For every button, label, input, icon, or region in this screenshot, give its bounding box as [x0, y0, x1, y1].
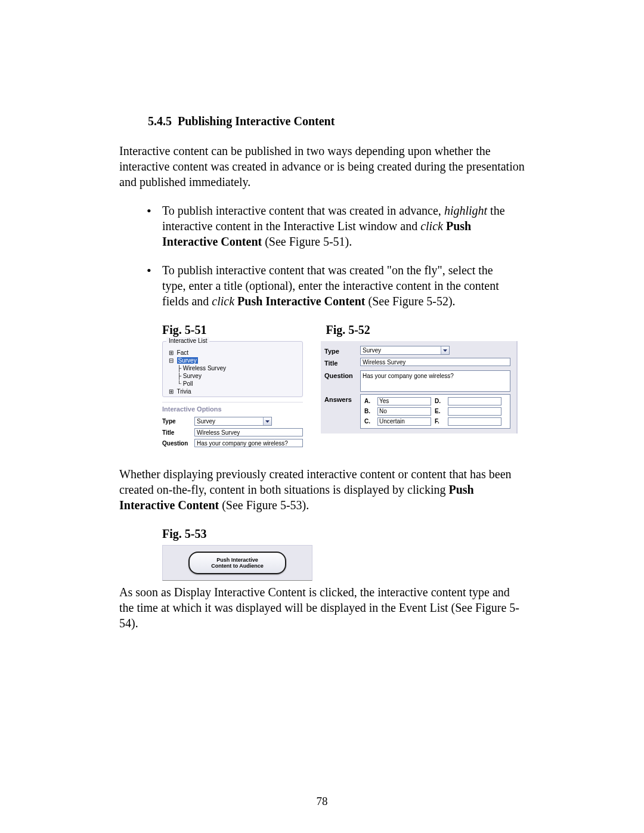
tree-node-trivia[interactable]: ⊞ Trivia [169, 388, 296, 395]
fig-51-label: Fig. 5-51 [162, 322, 206, 337]
answer-input-e[interactable] [448, 407, 501, 416]
paragraph-1: Interactive content can be published in … [119, 143, 525, 190]
push-cmd-2: Push Interactive Content [234, 295, 365, 308]
bullet-list: To publish interactive content that was … [119, 203, 525, 309]
click-word-2: click [212, 295, 234, 308]
interactive-options-group: Interactive Options Type Survey Title Wi… [162, 402, 303, 447]
click-word-1: click [420, 219, 443, 233]
section-title: Publishing Interactive Content [178, 114, 335, 128]
type-label-51: Type [162, 417, 194, 425]
push-interactive-button[interactable]: Push Interactive Content to Audience [188, 552, 286, 574]
type-select-51[interactable]: Survey [194, 417, 272, 426]
title-value-52: Wireless Survey [363, 358, 405, 366]
figures-51-52: Interactive List ⊞ Fact ⊟ Survey ├ Wirel… [162, 341, 525, 450]
bullet-2: To publish interactive content that was … [119, 262, 525, 309]
answers-box: A. Yes D. B. No E. C. Uncertain F. [360, 394, 510, 429]
answer-input-f[interactable] [448, 417, 501, 426]
question-textarea-52[interactable]: Has your company gone wireless? [360, 370, 510, 392]
type-value-51: Survey [197, 417, 215, 425]
answer-input-a[interactable]: Yes [377, 397, 431, 405]
document-page: 5.4.5 Publishing Interactive Content Int… [0, 0, 644, 833]
fig-51-panel: Interactive List ⊞ Fact ⊟ Survey ├ Wirel… [162, 341, 303, 450]
type-label-52: Type [324, 346, 360, 355]
tree-node-wireless[interactable]: ├ Wireless Survey [169, 364, 296, 372]
title-label-51: Title [162, 429, 194, 436]
answers-label-52: Answers [324, 394, 360, 404]
interactive-tree[interactable]: ⊞ Fact ⊟ Survey ├ Wireless Survey ├ Surv… [166, 345, 299, 395]
answer-key-a: A. [364, 397, 374, 405]
push-button-line2: Content to Audience [211, 563, 264, 569]
bullet-1: To publish interactive content that was … [119, 203, 525, 249]
answer-input-b[interactable]: No [377, 407, 431, 416]
tree-node-poll[interactable]: └ Poll [169, 380, 296, 388]
title-input-51[interactable]: Wireless Survey [194, 428, 303, 436]
figure-labels-row: Fig. 5-51 Fig. 5-52 [162, 322, 525, 337]
question-label-51: Question [162, 439, 194, 447]
bullet-1-post: (See Figure 5-51). [262, 235, 352, 248]
section-number: 5.4.5 [148, 114, 172, 128]
type-select-52[interactable]: Survey [360, 346, 450, 355]
section-heading: 5.4.5 Publishing Interactive Content [119, 113, 525, 129]
answer-input-c[interactable]: Uncertain [377, 417, 431, 426]
fig-53-label: Fig. 5-53 [162, 526, 525, 541]
chevron-down-icon [263, 417, 271, 425]
title-row-51: Title Wireless Survey [162, 428, 303, 436]
tree-node-survey2[interactable]: ├ Survey [169, 372, 296, 380]
fig-53-panel: Push Interactive Content to Audience [162, 545, 312, 581]
title-value-51: Wireless Survey [197, 429, 240, 436]
type-row-51: Type Survey [162, 417, 303, 426]
tree-node-fact[interactable]: ⊞ Fact [169, 349, 296, 357]
paragraph-3: As soon as Display Interactive Content i… [119, 584, 525, 631]
question-value-51: Has your company gone wireless? [197, 439, 288, 447]
answer-key-d: D. [435, 397, 444, 405]
answer-input-d[interactable] [448, 397, 501, 405]
fig-52-panel: Type Survey Title Wireless Survey Questi… [321, 341, 518, 450]
question-value-52: Has your company gone wireless? [363, 373, 454, 379]
answer-key-e: E. [435, 407, 444, 415]
interactive-list-group: Interactive List ⊞ Fact ⊟ Survey ├ Wirel… [162, 341, 303, 397]
title-label-52: Title [324, 358, 360, 367]
para2-post: (See Figure 5-53). [219, 498, 309, 512]
answer-key-f: F. [435, 417, 444, 425]
question-row-51: Question Has your company gone wireless? [162, 439, 303, 447]
answer-key-b: B. [364, 407, 374, 415]
bullet-1-text: To publish interactive content that was … [162, 204, 444, 217]
paragraph-2: Whether displaying previously created in… [119, 466, 525, 513]
page-number: 78 [317, 794, 328, 809]
fig-53: Fig. 5-53 Push Interactive Content to Au… [162, 526, 525, 581]
chevron-down-icon [441, 346, 449, 354]
question-label-52: Question [324, 370, 360, 380]
interactive-list-legend: Interactive List [166, 337, 209, 345]
interactive-options-header: Interactive Options [162, 405, 303, 413]
answer-key-c: C. [364, 417, 374, 425]
bullet-2-post: (See Figure 5-52). [366, 295, 456, 308]
highlight-word: highlight [444, 204, 487, 217]
type-value-52: Survey [363, 346, 381, 354]
fig-52-label: Fig. 5-52 [326, 322, 370, 337]
push-button-line1: Push Interactive [216, 557, 258, 563]
tree-node-survey[interactable]: ⊟ Survey [169, 357, 296, 364]
title-input-52[interactable]: Wireless Survey [360, 358, 510, 366]
question-input-51[interactable]: Has your company gone wireless? [194, 439, 303, 447]
